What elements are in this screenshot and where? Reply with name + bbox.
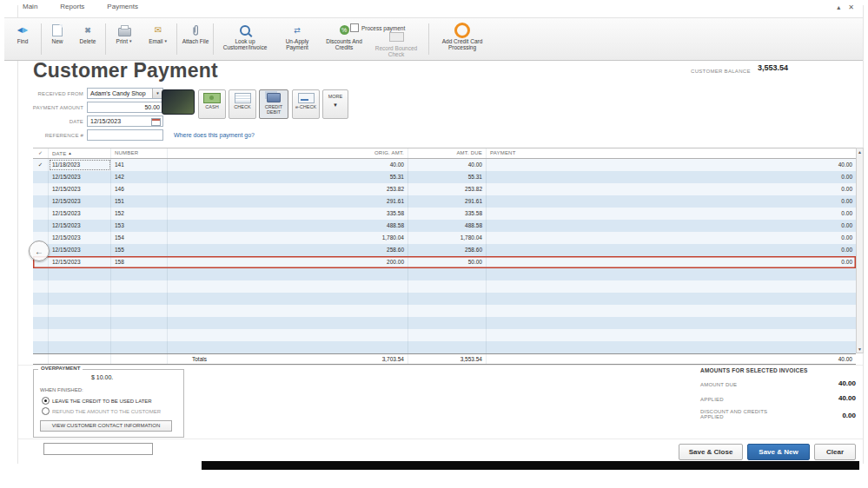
method-check-button[interactable]: CHECK [229, 89, 256, 119]
calendar-icon[interactable] [151, 118, 161, 126]
header-amt-due[interactable]: AMT. DUE [408, 148, 487, 158]
date-value: 12/15/2023 [90, 118, 121, 124]
overpayment-title: OVERPAYMENT [38, 366, 83, 371]
method-cash-button[interactable]: CASH [198, 89, 226, 119]
cell-date: 12/15/2023 [49, 256, 111, 268]
unapply-payment-button[interactable]: ⇄ Un-Apply Payment [275, 23, 319, 51]
attach-file-button[interactable]: Attach File [180, 23, 211, 44]
header-date[interactable]: DATE▲ [49, 148, 111, 158]
cell-payment[interactable]: 0.00 [487, 208, 856, 220]
option-refund[interactable]: REFUND THE AMOUNT TO THE CUSTOMER [42, 407, 161, 415]
header-orig-amt[interactable]: ORIG. AMT. [168, 148, 408, 158]
header-number[interactable]: NUMBER [111, 148, 168, 158]
tab-main[interactable]: Main [23, 3, 37, 10]
cell-orig-amt: 488.58 [168, 220, 408, 232]
cell-payment[interactable]: 0.00 [487, 256, 856, 268]
header-check[interactable]: ✓ [33, 148, 49, 158]
cell-payment[interactable]: 0.00 [487, 232, 856, 244]
memo-input[interactable] [43, 443, 153, 455]
method-echeck-button[interactable]: e-CHECK [292, 89, 320, 119]
table-row-empty[interactable] [33, 268, 856, 280]
process-payment-checkbox[interactable] [350, 23, 359, 32]
print-dropdown-icon[interactable]: ▼ [129, 39, 132, 43]
table-row[interactable]: ✓ 11/18/2023 141 40.00 40.00 40.00 [33, 159, 856, 171]
cell-empty [33, 317, 49, 329]
method-credit-debit-button[interactable]: CREDIT DEBIT [259, 89, 288, 119]
table-row-empty[interactable] [33, 280, 856, 293]
table-row[interactable]: 12/15/2023 155 258.60 258.60 0.00 [33, 244, 856, 256]
table-row[interactable]: 12/15/2023 153 488.58 488.58 0.00 [33, 220, 856, 232]
find-forward-icon[interactable]: ▶ [23, 26, 28, 34]
add-credit-card-button[interactable]: Add Credit Card Processing [434, 23, 491, 51]
delete-button[interactable]: ✖ Delete [72, 23, 103, 44]
date-input[interactable]: 12/15/2023 [87, 115, 163, 127]
table-row[interactable]: 12/15/2023 152 335.58 335.58 0.00 [33, 208, 856, 220]
check-icon [235, 93, 251, 103]
reference-input[interactable] [87, 129, 163, 141]
cell-empty [33, 280, 49, 293]
save-and-close-button[interactable]: Save & Close [679, 444, 743, 460]
radio-refund[interactable] [42, 407, 50, 415]
cell-empty [408, 268, 487, 280]
cell-check[interactable] [33, 195, 49, 208]
email-button[interactable]: ✉ Email▼ [142, 23, 175, 44]
amount-due-label: AMOUNT DUE [700, 382, 737, 387]
received-from-select[interactable]: Adam's Candy Shop ▼ [87, 88, 163, 99]
vertical-scrollbar[interactable]: ▲ ▼ [856, 148, 864, 353]
cell-payment[interactable]: 0.00 [487, 183, 856, 195]
table-row-empty[interactable] [33, 341, 856, 353]
cell-empty [33, 329, 49, 341]
clear-button[interactable]: Clear [814, 444, 856, 460]
cell-payment[interactable]: 0.00 [487, 244, 856, 256]
applied-label: APPLIED [700, 397, 724, 402]
scroll-up-icon[interactable]: ▲ [857, 149, 863, 155]
process-payment-option: Process payment [350, 23, 405, 32]
table-row-empty[interactable] [33, 317, 856, 329]
cell-check[interactable]: ✓ [33, 159, 49, 171]
cell-payment[interactable]: 40.00 [487, 159, 856, 171]
header-payment[interactable]: PAYMENT [487, 148, 856, 158]
payment-amount-input[interactable]: 50.00 [87, 102, 163, 113]
cell-payment[interactable]: 0.00 [487, 220, 856, 232]
table-row[interactable]: 12/15/2023 142 55.31 55.31 0.00 [33, 171, 856, 183]
window-controls: ▴ ✕ [837, 3, 854, 11]
table-row[interactable]: 12/15/2023 146 253.82 253.82 0.00 [33, 183, 856, 195]
table-row-empty[interactable] [33, 329, 856, 341]
save-and-new-button[interactable]: Save & New [747, 444, 810, 460]
cell-check[interactable] [33, 220, 49, 232]
received-from-value: Adam's Candy Shop [90, 90, 146, 96]
collapse-ribbon-icon[interactable]: ▴ [837, 3, 840, 11]
table-row-empty[interactable] [33, 305, 856, 317]
tab-reports[interactable]: Reports [60, 3, 84, 10]
where-payment-goes-link[interactable]: Where does this payment go? [174, 132, 255, 138]
method-more-button[interactable]: MORE ▼ [322, 89, 348, 119]
more-caret-icon[interactable]: ▼ [323, 102, 348, 108]
cell-empty [168, 317, 408, 329]
toolbar-separator [428, 23, 429, 55]
cell-payment[interactable]: 0.00 [487, 195, 856, 208]
cell-empty [33, 268, 49, 280]
cell-check[interactable] [33, 208, 49, 220]
new-button[interactable]: New [44, 23, 70, 44]
close-icon[interactable]: ✕ [848, 3, 854, 11]
option-leave-credit[interactable]: LEAVE THE CREDIT TO BE USED LATER [42, 397, 152, 405]
table-row-highlighted[interactable]: 12/15/2023 158 200.00 50.00 0.00 [33, 256, 856, 268]
scroll-down-icon[interactable]: ▼ [857, 346, 863, 352]
cell-empty [33, 341, 49, 353]
cell-check[interactable] [33, 171, 49, 183]
tab-payments[interactable]: Payments [107, 3, 138, 10]
cell-check[interactable] [33, 183, 49, 195]
find-button[interactable]: ◀▶ Find [8, 23, 37, 44]
cell-date: 12/15/2023 [49, 220, 111, 232]
view-customer-contact-button[interactable]: VIEW CUSTOMER CONTACT INFORMATION [40, 420, 172, 432]
print-button[interactable]: Print▼ [109, 23, 140, 44]
cell-empty [408, 329, 487, 341]
cell-payment[interactable]: 0.00 [487, 171, 856, 183]
lookup-customer-button[interactable]: Look up Customer/Invoice [218, 23, 272, 51]
table-row-empty[interactable] [33, 293, 856, 305]
cell-date: 11/18/2023 [49, 159, 111, 171]
table-row[interactable]: 12/15/2023 151 291.61 291.61 0.00 [33, 195, 856, 208]
email-dropdown-icon[interactable]: ▼ [163, 39, 167, 43]
table-row[interactable]: 12/15/2023 154 1,780.04 1,780.04 0.00 [33, 232, 856, 244]
radio-leave-credit[interactable] [42, 397, 50, 405]
